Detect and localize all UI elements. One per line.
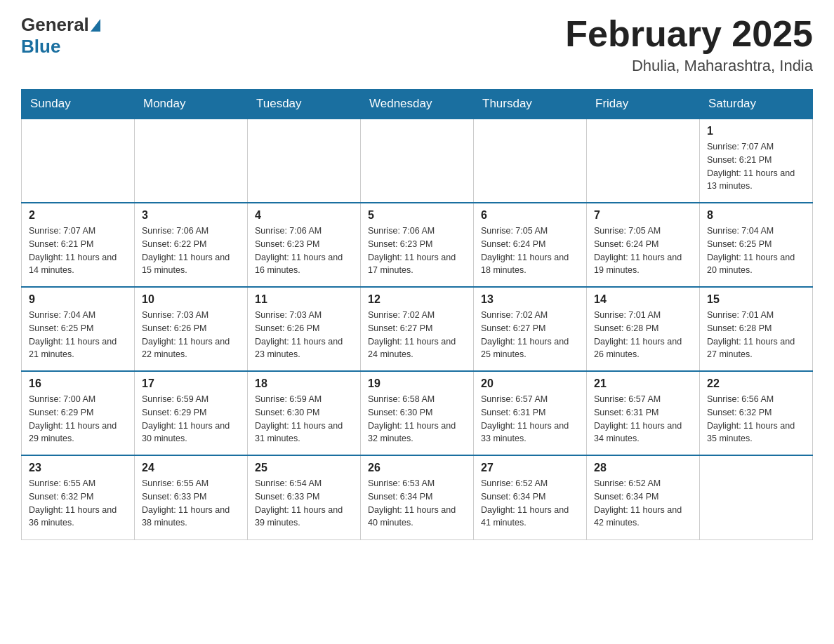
calendar-cell: 8Sunrise: 7:04 AM Sunset: 6:25 PM Daylig…: [700, 203, 813, 287]
calendar-cell: 2Sunrise: 7:07 AM Sunset: 6:21 PM Daylig…: [22, 203, 135, 287]
logo-triangle-icon: [91, 19, 100, 32]
calendar-cell: 15Sunrise: 7:01 AM Sunset: 6:28 PM Dayli…: [700, 287, 813, 371]
logo-blue-text: Blue: [21, 36, 60, 57]
calendar-cell: 7Sunrise: 7:05 AM Sunset: 6:24 PM Daylig…: [587, 203, 700, 287]
day-info: Sunrise: 6:52 AM Sunset: 6:34 PM Dayligh…: [594, 477, 692, 530]
day-info: Sunrise: 6:59 AM Sunset: 6:30 PM Dayligh…: [255, 393, 353, 445]
day-number: 18: [255, 377, 353, 390]
col-thursday: Thursday: [474, 90, 587, 119]
week-row-3: 9Sunrise: 7:04 AM Sunset: 6:25 PM Daylig…: [22, 287, 813, 371]
calendar-cell: 21Sunrise: 6:57 AM Sunset: 6:31 PM Dayli…: [587, 371, 700, 455]
day-info: Sunrise: 7:06 AM Sunset: 6:23 PM Dayligh…: [255, 224, 353, 277]
calendar-cell: [474, 119, 587, 203]
day-number: 26: [368, 462, 466, 474]
col-tuesday: Tuesday: [248, 90, 361, 119]
day-number: 28: [594, 462, 692, 474]
calendar-cell: 18Sunrise: 6:59 AM Sunset: 6:30 PM Dayli…: [248, 371, 361, 455]
calendar-cell: [135, 119, 248, 203]
day-number: 24: [142, 462, 240, 474]
calendar-cell: 25Sunrise: 6:54 AM Sunset: 6:33 PM Dayli…: [248, 455, 361, 539]
day-info: Sunrise: 6:54 AM Sunset: 6:33 PM Dayligh…: [255, 477, 353, 530]
calendar-cell: 28Sunrise: 6:52 AM Sunset: 6:34 PM Dayli…: [587, 455, 700, 539]
day-info: Sunrise: 7:01 AM Sunset: 6:28 PM Dayligh…: [594, 309, 692, 361]
day-number: 6: [481, 209, 579, 222]
day-info: Sunrise: 7:00 AM Sunset: 6:29 PM Dayligh…: [29, 393, 127, 445]
calendar-table: Sunday Monday Tuesday Wednesday Thursday…: [21, 89, 813, 540]
day-number: 9: [29, 293, 127, 306]
page-header: General Blue February 2025 Dhulia, Mahar…: [21, 14, 813, 75]
calendar-cell: 11Sunrise: 7:03 AM Sunset: 6:26 PM Dayli…: [248, 287, 361, 371]
day-number: 3: [142, 209, 240, 222]
day-info: Sunrise: 7:07 AM Sunset: 6:21 PM Dayligh…: [707, 140, 805, 193]
day-number: 22: [707, 377, 805, 390]
day-info: Sunrise: 7:06 AM Sunset: 6:22 PM Dayligh…: [142, 224, 240, 277]
day-info: Sunrise: 6:57 AM Sunset: 6:31 PM Dayligh…: [481, 393, 579, 445]
col-monday: Monday: [135, 90, 248, 119]
col-friday: Friday: [587, 90, 700, 119]
calendar-cell: 22Sunrise: 6:56 AM Sunset: 6:32 PM Dayli…: [700, 371, 813, 455]
calendar-cell: 4Sunrise: 7:06 AM Sunset: 6:23 PM Daylig…: [248, 203, 361, 287]
day-info: Sunrise: 6:59 AM Sunset: 6:29 PM Dayligh…: [142, 393, 240, 445]
calendar-cell: 12Sunrise: 7:02 AM Sunset: 6:27 PM Dayli…: [361, 287, 474, 371]
calendar-cell: 3Sunrise: 7:06 AM Sunset: 6:22 PM Daylig…: [135, 203, 248, 287]
day-number: 1: [707, 125, 805, 137]
day-number: 11: [255, 293, 353, 306]
calendar-header-row: Sunday Monday Tuesday Wednesday Thursday…: [22, 90, 813, 119]
day-info: Sunrise: 7:02 AM Sunset: 6:27 PM Dayligh…: [368, 309, 466, 361]
calendar-cell: 5Sunrise: 7:06 AM Sunset: 6:23 PM Daylig…: [361, 203, 474, 287]
calendar-cell: 9Sunrise: 7:04 AM Sunset: 6:25 PM Daylig…: [22, 287, 135, 371]
col-wednesday: Wednesday: [361, 90, 474, 119]
day-number: 20: [481, 377, 579, 390]
day-number: 23: [29, 462, 127, 474]
calendar-cell: 6Sunrise: 7:05 AM Sunset: 6:24 PM Daylig…: [474, 203, 587, 287]
day-number: 15: [707, 293, 805, 306]
calendar-cell: 20Sunrise: 6:57 AM Sunset: 6:31 PM Dayli…: [474, 371, 587, 455]
day-number: 7: [594, 209, 692, 222]
day-info: Sunrise: 6:57 AM Sunset: 6:31 PM Dayligh…: [594, 393, 692, 445]
calendar-cell: 23Sunrise: 6:55 AM Sunset: 6:32 PM Dayli…: [22, 455, 135, 539]
week-row-4: 16Sunrise: 7:00 AM Sunset: 6:29 PM Dayli…: [22, 371, 813, 455]
day-number: 14: [594, 293, 692, 306]
day-number: 2: [29, 209, 127, 222]
day-info: Sunrise: 6:55 AM Sunset: 6:33 PM Dayligh…: [142, 477, 240, 530]
day-info: Sunrise: 7:07 AM Sunset: 6:21 PM Dayligh…: [29, 224, 127, 277]
location-text: Dhulia, Maharashtra, India: [565, 57, 813, 75]
day-number: 8: [707, 209, 805, 222]
calendar-cell: 10Sunrise: 7:03 AM Sunset: 6:26 PM Dayli…: [135, 287, 248, 371]
day-number: 27: [481, 462, 579, 474]
calendar-cell: 27Sunrise: 6:52 AM Sunset: 6:34 PM Dayli…: [474, 455, 587, 539]
day-info: Sunrise: 7:05 AM Sunset: 6:24 PM Dayligh…: [481, 224, 579, 277]
day-info: Sunrise: 6:52 AM Sunset: 6:34 PM Dayligh…: [481, 477, 579, 530]
week-row-1: 1Sunrise: 7:07 AM Sunset: 6:21 PM Daylig…: [22, 119, 813, 203]
calendar-cell: 1Sunrise: 7:07 AM Sunset: 6:21 PM Daylig…: [700, 119, 813, 203]
day-info: Sunrise: 7:06 AM Sunset: 6:23 PM Dayligh…: [368, 224, 466, 277]
calendar-cell: 14Sunrise: 7:01 AM Sunset: 6:28 PM Dayli…: [587, 287, 700, 371]
day-number: 25: [255, 462, 353, 474]
week-row-2: 2Sunrise: 7:07 AM Sunset: 6:21 PM Daylig…: [22, 203, 813, 287]
day-info: Sunrise: 7:04 AM Sunset: 6:25 PM Dayligh…: [707, 224, 805, 277]
calendar-cell: [22, 119, 135, 203]
logo-general-text: General: [21, 14, 89, 36]
calendar-cell: 19Sunrise: 6:58 AM Sunset: 6:30 PM Dayli…: [361, 371, 474, 455]
calendar-cell: 13Sunrise: 7:02 AM Sunset: 6:27 PM Dayli…: [474, 287, 587, 371]
day-info: Sunrise: 7:03 AM Sunset: 6:26 PM Dayligh…: [142, 309, 240, 361]
day-number: 19: [368, 377, 466, 390]
day-info: Sunrise: 7:05 AM Sunset: 6:24 PM Dayligh…: [594, 224, 692, 277]
day-number: 13: [481, 293, 579, 306]
calendar-cell: 24Sunrise: 6:55 AM Sunset: 6:33 PM Dayli…: [135, 455, 248, 539]
col-saturday: Saturday: [700, 90, 813, 119]
day-number: 10: [142, 293, 240, 306]
day-info: Sunrise: 6:55 AM Sunset: 6:32 PM Dayligh…: [29, 477, 127, 530]
day-info: Sunrise: 7:04 AM Sunset: 6:25 PM Dayligh…: [29, 309, 127, 361]
day-number: 5: [368, 209, 466, 222]
calendar-cell: 16Sunrise: 7:00 AM Sunset: 6:29 PM Dayli…: [22, 371, 135, 455]
logo: General Blue: [21, 14, 102, 58]
calendar-cell: [361, 119, 474, 203]
day-info: Sunrise: 7:03 AM Sunset: 6:26 PM Dayligh…: [255, 309, 353, 361]
day-info: Sunrise: 6:53 AM Sunset: 6:34 PM Dayligh…: [368, 477, 466, 530]
col-sunday: Sunday: [22, 90, 135, 119]
day-number: 21: [594, 377, 692, 390]
week-row-5: 23Sunrise: 6:55 AM Sunset: 6:32 PM Dayli…: [22, 455, 813, 539]
day-info: Sunrise: 7:01 AM Sunset: 6:28 PM Dayligh…: [707, 309, 805, 361]
day-info: Sunrise: 6:58 AM Sunset: 6:30 PM Dayligh…: [368, 393, 466, 445]
